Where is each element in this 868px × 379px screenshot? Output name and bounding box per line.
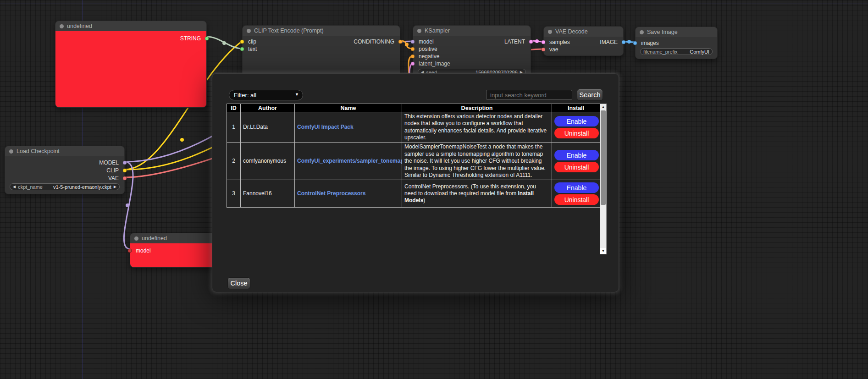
input-slot-latent-image[interactable]: [411, 62, 415, 66]
node-undefined-top[interactable]: undefined STRING: [55, 21, 207, 108]
link-dot: [222, 41, 226, 45]
ext-name-link[interactable]: ControlNet Preprocessors: [297, 190, 365, 197]
col-header-install: Install: [552, 104, 600, 112]
ext-description: ModelSamplerTonemapNoiseTest a node that…: [402, 143, 552, 180]
output-label: LATENT: [504, 38, 525, 45]
collapse-dot-icon[interactable]: [417, 29, 421, 33]
search-button[interactable]: Search: [577, 89, 603, 101]
output-slot-latent[interactable]: [529, 40, 533, 44]
link-dot: [405, 43, 409, 46]
input-slot-vae[interactable]: [542, 48, 546, 52]
widget-next-arrow-icon[interactable]: ▶: [114, 185, 116, 189]
node-titlebar[interactable]: Save Image: [636, 27, 717, 37]
ckpt-name-widget[interactable]: ◀ ckpt_name v1-5-pruned-emaonly.ckpt ▶: [10, 183, 120, 190]
collapse-dot-icon[interactable]: [60, 24, 64, 28]
uninstall-button[interactable]: Uninstall: [554, 162, 599, 172]
input-label: text: [248, 46, 257, 52]
input-slot-images[interactable]: [633, 41, 637, 45]
output-slot-conditioning[interactable]: [398, 40, 403, 44]
output-label: IMAGE: [600, 39, 618, 45]
link-dot: [180, 138, 184, 142]
output-slot-string[interactable]: [205, 37, 209, 41]
output-label: CONDITIONING: [354, 38, 394, 45]
node-titlebar[interactable]: VAE Decode: [544, 27, 623, 37]
ext-author: comfyanonymous: [241, 143, 295, 180]
input-label: latent_image: [419, 60, 450, 67]
scroll-down-arrow-icon[interactable]: ▼: [600, 248, 606, 254]
collapse-dot-icon[interactable]: [247, 29, 251, 33]
node-titlebar[interactable]: KSampler: [413, 26, 531, 36]
extension-manager-dialog: Filter: all ▼ Search ID Author Name Desc…: [212, 73, 619, 292]
node-title: Load Checkpoint: [17, 148, 60, 154]
input-label: images: [641, 40, 659, 46]
node-title: KSampler: [425, 27, 450, 34]
widget-prev-arrow-icon[interactable]: ◀: [13, 185, 16, 189]
input-slot-model[interactable]: [411, 40, 415, 44]
scrollbar-thumb[interactable]: [601, 110, 606, 205]
comfyui-canvas[interactable]: { "canvas": { "nodes": { "undefined_top"…: [0, 0, 868, 379]
input-slot-samples[interactable]: [542, 40, 546, 44]
uninstall-button[interactable]: Uninstall: [554, 128, 599, 138]
ext-id: 3: [227, 180, 241, 208]
ext-id: 1: [227, 112, 241, 143]
output-slot-clip[interactable]: [123, 168, 127, 172]
ext-name-link[interactable]: ComfyUI Impact Pack: [297, 124, 354, 130]
output-slot-vae[interactable]: [123, 176, 127, 180]
ext-description: This extension offers various detector n…: [402, 112, 552, 143]
extension-table-wrap: ID Author Name Description Install 1 Dr.…: [227, 104, 607, 254]
widget-name: filename_prefix: [643, 49, 678, 55]
scroll-up-arrow-icon[interactable]: ▲: [600, 104, 606, 110]
node-title: undefined: [67, 23, 92, 29]
ext-id: 2: [227, 143, 241, 180]
uninstall-button[interactable]: Uninstall: [554, 194, 599, 205]
node-ksampler[interactable]: KSampler model LATENT positive negative …: [413, 25, 531, 80]
collapse-dot-icon[interactable]: [548, 30, 552, 34]
ext-author: Fannovel16: [241, 180, 295, 208]
node-titlebar[interactable]: CLIP Text Encode (Prompt): [243, 26, 400, 36]
node-load-checkpoint[interactable]: Load Checkpoint MODEL CLIP VAE ◀ ckpt_na…: [5, 146, 125, 194]
input-slot-clip[interactable]: [240, 40, 244, 44]
input-slot-positive[interactable]: [411, 47, 415, 51]
output-label: MODEL: [99, 159, 119, 166]
input-label: negative: [419, 53, 439, 60]
extension-table: ID Author Name Description Install 1 Dr.…: [227, 104, 600, 208]
table-row: 2 comfyanonymous ComfyUI_experiments/sam…: [227, 143, 600, 180]
collapse-dot-icon[interactable]: [9, 149, 13, 154]
node-vae-decode[interactable]: VAE Decode samples IMAGE vae: [543, 26, 624, 56]
enable-button[interactable]: Enable: [554, 116, 599, 126]
collapse-dot-icon[interactable]: [640, 30, 644, 34]
output-slot-image[interactable]: [622, 40, 626, 44]
table-row: 1 Dr.Lt.Data ComfyUI Impact Pack This ex…: [227, 112, 600, 143]
link-dot: [627, 40, 631, 44]
filename-prefix-widget[interactable]: filename_prefix ComfyUI: [640, 48, 713, 55]
input-label: samples: [549, 39, 570, 45]
output-slot-model[interactable]: [123, 160, 127, 165]
input-slot-text[interactable]: [240, 47, 244, 51]
ext-name-link[interactable]: ComfyUI_experiments/sampler_tonemap: [297, 158, 402, 164]
input-slot-negative[interactable]: [411, 55, 415, 59]
node-titlebar[interactable]: undefined: [55, 21, 206, 31]
enable-button[interactable]: Enable: [554, 182, 599, 193]
widget-name: ckpt_name: [18, 184, 43, 190]
close-button[interactable]: Close: [227, 277, 250, 289]
col-header-id: ID: [227, 104, 241, 112]
ext-description: ControlNet Preprocessors. (To use this e…: [402, 180, 552, 208]
collapse-dot-icon[interactable]: [134, 236, 138, 241]
node-title: Save Image: [647, 29, 678, 35]
widget-value: v1-5-pruned-emaonly.ckpt: [53, 184, 111, 190]
node-title: undefined: [142, 235, 167, 242]
ext-author: Dr.Lt.Data: [241, 112, 295, 143]
input-slot-model[interactable]: [128, 249, 132, 253]
enable-button[interactable]: Enable: [554, 150, 599, 160]
output-label: STRING: [180, 35, 201, 42]
table-scrollbar[interactable]: ▲ ▼: [600, 104, 607, 254]
node-save-image[interactable]: Save Image images filename_prefix ComfyU…: [635, 27, 718, 59]
node-titlebar[interactable]: Load Checkpoint: [5, 146, 124, 156]
input-label: positive: [419, 46, 437, 52]
output-label: CLIP: [106, 167, 119, 174]
search-input[interactable]: [486, 90, 572, 100]
table-header-row: ID Author Name Description Install: [227, 104, 600, 112]
filter-select[interactable]: Filter: all: [229, 90, 303, 100]
input-label: model: [419, 38, 434, 45]
output-label: VAE: [108, 175, 119, 181]
